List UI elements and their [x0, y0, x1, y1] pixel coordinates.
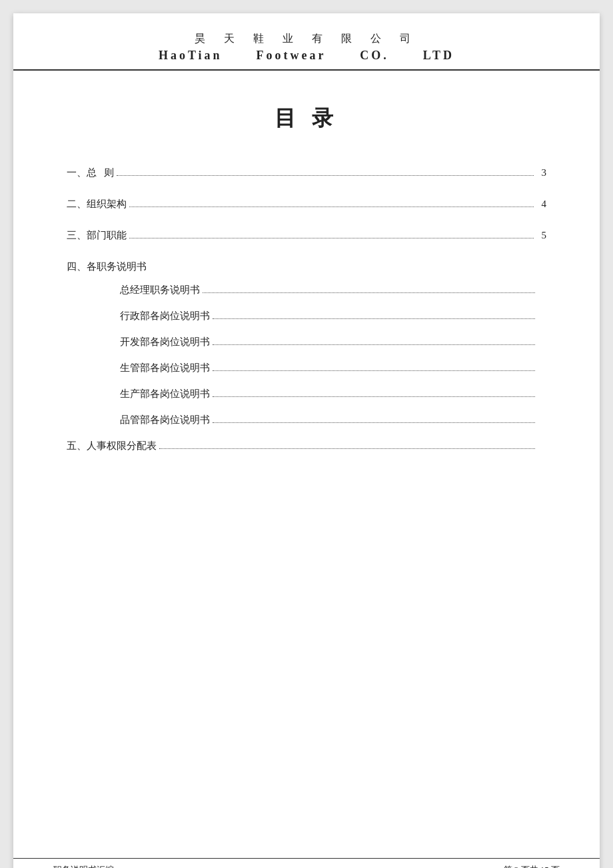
toc-item-4-6: 品管部各岗位说明书 -: [67, 414, 546, 426]
toc-page-1: 3: [542, 167, 547, 179]
toc-label-1: 一、总 则: [67, 167, 114, 179]
toc-item-4-1: 总经理职务说明书 -: [67, 284, 546, 296]
toc-dots-3: [129, 238, 534, 238]
toc-dots-4-5: [213, 396, 535, 397]
english-part3: CO.: [360, 49, 389, 62]
document-page: 昊 天 鞋 业 有 限 公 司 HaoTian Footwear CO. LTD…: [13, 13, 600, 868]
toc-label-4-4: 生管部各岗位说明书: [120, 362, 210, 374]
english-part4: LTD: [423, 49, 454, 62]
toc-page-2: 4: [542, 199, 547, 210]
toc-item-4-2: 行政部各岗位说明书 -: [67, 310, 546, 322]
toc-label-2: 二、组织架构: [67, 198, 127, 211]
toc-dots-4-1: [203, 292, 535, 293]
toc-item-4: 四、各职务说明书: [67, 260, 546, 273]
toc-item-4-4: 生管部各岗位说明书 -: [67, 362, 546, 374]
toc-label-4-1: 总经理职务说明书: [120, 284, 200, 296]
page-header: 昊 天 鞋 业 有 限 公 司 HaoTian Footwear CO. LTD: [13, 13, 600, 71]
toc-label-3: 三、部门职能: [67, 229, 127, 242]
toc-item-4-5: 生产部各岗位说明书 -: [67, 388, 546, 400]
toc-dots-1: [117, 175, 533, 176]
toc-item-3: 三、部门职能 5: [67, 229, 546, 242]
table-of-contents: 一、总 则 3 二、组织架构 4 三、部门职能 5 四、各职务说明书: [67, 167, 546, 452]
toc-page-3: 5: [542, 230, 547, 241]
toc-dots-5: [159, 448, 535, 449]
toc-label-4-6: 品管部各岗位说明书: [120, 414, 210, 426]
toc-item-2: 二、组织架构 4: [67, 198, 546, 211]
page-footer: 职务说明书汇编 第 2 页共 15 页: [13, 858, 600, 868]
toc-label-4: 四、各职务说明书: [67, 260, 147, 273]
toc-label-4-5: 生产部各岗位说明书: [120, 388, 210, 400]
company-name-english: HaoTian Footwear CO. LTD: [53, 49, 560, 63]
toc-dots-4-2: [213, 318, 535, 319]
toc-label-4-2: 行政部各岗位说明书: [120, 310, 210, 322]
toc-dots-4-4: [213, 370, 535, 371]
toc-dots-2: [129, 207, 534, 207]
toc-dots-4-6: [213, 422, 535, 423]
english-part1: HaoTian: [159, 49, 223, 62]
english-part2: Footwear: [257, 49, 326, 62]
page-title: 目 录: [67, 104, 546, 133]
toc-item-5: 五、人事权限分配表 -: [67, 440, 546, 452]
toc-item-4-3: 开发部各岗位说明书 -: [67, 336, 546, 348]
company-name-chinese: 昊 天 鞋 业 有 限 公 司: [53, 32, 560, 46]
toc-label-5: 五、人事权限分配表: [67, 440, 157, 452]
toc-label-4-3: 开发部各岗位说明书: [120, 336, 210, 348]
toc-item-1: 一、总 则 3: [67, 167, 546, 179]
toc-dots-4-3: [213, 344, 535, 345]
footer-left: 职务说明书汇编: [53, 864, 114, 868]
page-content: 目 录 一、总 则 3 二、组织架构 4 三、部门职能 5: [13, 71, 600, 524]
footer-right: 第 2 页共 15 页: [504, 864, 560, 868]
